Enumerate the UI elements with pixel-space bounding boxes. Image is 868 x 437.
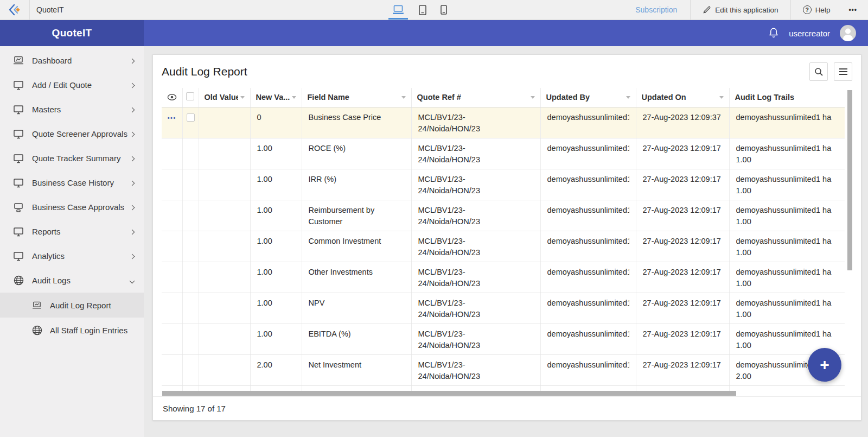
creator-logo-icon: [8, 3, 22, 17]
row-actions-icon[interactable]: •••: [168, 115, 176, 121]
select-all-header[interactable]: [182, 88, 199, 107]
sidebar-subitem-label: Audit Log Report: [50, 301, 111, 310]
cell-quote-ref: MCL/BV1/23-24/Noida/HON/23: [411, 324, 540, 354]
globe-icon: [31, 325, 42, 335]
select-all-checkbox[interactable]: [186, 92, 194, 100]
monitor-icon: [13, 178, 24, 188]
sidebar-item-dashboard[interactable]: Dashboard: [0, 48, 144, 73]
cell-updated-by: demoyashussunlimited1: [540, 293, 636, 324]
sort-caret-icon[interactable]: [292, 96, 296, 99]
sidebar-item-label: Quote Tracker Summary: [32, 154, 130, 163]
monitor-icon: [13, 129, 24, 140]
sort-caret-icon[interactable]: [719, 96, 724, 99]
column-header-field-name[interactable]: Field Name: [302, 88, 411, 107]
vertical-scrollbar[interactable]: [847, 90, 852, 270]
cell-updated-by: demoyashussunlimited1: [540, 107, 636, 138]
chevron-right-icon: [130, 83, 135, 88]
cell-field-name: Specific Investment: [302, 385, 411, 391]
cell-old-value: [199, 200, 250, 231]
laptop-view-button[interactable]: [392, 0, 405, 20]
report-chart-icon: [31, 300, 42, 311]
cell-updated-on: 27-Aug-2023 12:09:17: [636, 354, 729, 385]
cell-updated-by: demoyashussunlimited1: [540, 231, 636, 262]
sidebar-item-reports[interactable]: Reports: [0, 219, 144, 244]
cell-new-value: 1.00: [250, 385, 302, 391]
sidebar-subitem-label: All Staff Login Entries: [50, 326, 127, 335]
tablet-view-button[interactable]: [419, 0, 426, 20]
sidebar-item-business-case-history[interactable]: Business Case History: [0, 170, 144, 195]
sidebar-item-analytics[interactable]: Analytics: [0, 244, 144, 268]
phone-view-button[interactable]: [441, 0, 447, 20]
cell-quote-ref: MCL/BV1/23-24/Noida/HON/23: [411, 200, 540, 231]
sidebar-subitem-audit-log-report[interactable]: Audit Log Report: [0, 293, 144, 318]
search-button[interactable]: [809, 62, 828, 81]
column-header-audit-log-trails[interactable]: Audit Log Trails: [729, 88, 845, 107]
table-row[interactable]: ••• 0 Business Case Price MCL/BV1/23-24/…: [162, 107, 845, 138]
cell-new-value: 1.00: [250, 293, 302, 324]
sort-caret-icon[interactable]: [626, 96, 630, 99]
chevron-right-icon: [130, 205, 135, 210]
cell-field-name: Other Investments: [302, 262, 411, 293]
sidebar-item-add-edit-quote[interactable]: Add / Edit Quote: [0, 73, 144, 97]
subscription-link[interactable]: Subscription: [622, 5, 690, 14]
sidebar-item-quote-screener-approvals[interactable]: Quote Screener Approvals: [0, 122, 144, 146]
column-header-new-value[interactable]: New Va...: [250, 88, 302, 107]
cell-updated-on: 27-Aug-2023 12:09:37: [636, 107, 729, 138]
sidebar-item-audit-logs[interactable]: Audit Logs: [0, 268, 144, 293]
sidebar-subitem-all-staff-login-entries[interactable]: All Staff Login Entries: [0, 318, 144, 343]
cell-updated-by: demoyashussunlimited1: [540, 169, 636, 200]
table-body: ••• 0 Business Case Price MCL/BV1/23-24/…: [162, 107, 845, 391]
chevron-right-icon: [130, 107, 135, 112]
cell-updated-by: demoyashussunlimited1: [540, 200, 636, 231]
column-header-updated-by[interactable]: Updated By: [540, 88, 636, 107]
cell-updated-on: 27-Aug-2023 12:09:17: [636, 262, 729, 293]
row-checkbox[interactable]: [187, 113, 195, 122]
sort-caret-icon[interactable]: [531, 96, 535, 99]
table-row[interactable]: 1.00 Reimbursement by Customer MCL/BV1/2…: [162, 200, 845, 231]
sidebar-item-label: Dashboard: [32, 56, 130, 65]
sort-caret-icon[interactable]: [240, 96, 245, 99]
stacked-screens-icon: [13, 202, 24, 213]
main-content: Audit Log Report: [144, 46, 868, 437]
cell-field-name: IRR (%): [302, 169, 411, 200]
cell-quote-ref: MCL/BV1/23-24/Noida/HON/23: [411, 107, 540, 138]
help-button[interactable]: ? Help: [791, 0, 843, 20]
table-row[interactable]: 1.00 Other Investments MCL/BV1/23-24/Noi…: [162, 262, 845, 293]
table-row[interactable]: 1.00 Specific Investment MCL/BV1/23-24/N…: [162, 385, 845, 391]
cell-new-value: 2.00: [250, 354, 302, 385]
cell-field-name: Common Investment: [302, 231, 411, 262]
column-visibility-header[interactable]: [162, 88, 182, 107]
table-menu-button[interactable]: [834, 62, 852, 81]
cell-field-name: EBITDA (%): [302, 324, 411, 354]
more-menu-icon[interactable]: •••: [842, 6, 864, 14]
chevron-right-icon: [130, 229, 135, 235]
cell-old-value: [199, 354, 250, 385]
add-record-button[interactable]: +: [808, 348, 841, 382]
edit-application-button[interactable]: Edit this application: [691, 0, 790, 20]
notifications-bell-icon[interactable]: [768, 27, 779, 39]
sort-caret-icon[interactable]: [401, 96, 406, 99]
sidebar-item-business-case-approvals[interactable]: Business Case Approvals: [0, 195, 144, 219]
column-header-updated-on[interactable]: Updated On: [636, 88, 729, 107]
table-row[interactable]: 1.00 NPV MCL/BV1/23-24/Noida/HON/23 demo…: [162, 293, 845, 324]
menu-icon: [839, 68, 847, 75]
help-icon: ?: [803, 5, 812, 14]
cell-quote-ref: MCL/BV1/23-24/Noida/HON/23: [411, 354, 540, 385]
sidebar-item-quote-tracker-summary[interactable]: Quote Tracker Summary: [0, 146, 144, 170]
avatar[interactable]: [840, 25, 856, 41]
cell-audit-log-trail: demoyashussunlimited1 ha1.00: [729, 231, 845, 262]
table-row[interactable]: 1.00 Common Investment MCL/BV1/23-24/Noi…: [162, 231, 845, 262]
column-header-quote-ref[interactable]: Quote Ref #: [411, 88, 540, 107]
table-row[interactable]: 1.00 ROCE (%) MCL/BV1/23-24/Noida/HON/23…: [162, 138, 845, 169]
table-row[interactable]: 2.00 Net Investment MCL/BV1/23-24/Noida/…: [162, 354, 845, 385]
creator-logo[interactable]: [0, 0, 30, 20]
table-row[interactable]: 1.00 EBITDA (%) MCL/BV1/23-24/Noida/HON/…: [162, 324, 845, 354]
table-row[interactable]: 1.00 IRR (%) MCL/BV1/23-24/Noida/HON/23 …: [162, 169, 845, 200]
sidebar-item-masters[interactable]: Masters: [0, 97, 144, 122]
topbar-actions: Subscription Edit this application ? Hel…: [622, 0, 864, 20]
horizontal-scrollbar[interactable]: [162, 391, 736, 396]
column-header-old-value[interactable]: Old Value: [199, 88, 250, 107]
cell-updated-on: 27-Aug-2023 12:09:17: [636, 385, 729, 391]
sidebar-item-label: Reports: [32, 227, 130, 236]
device-preview-switcher: [392, 0, 447, 20]
